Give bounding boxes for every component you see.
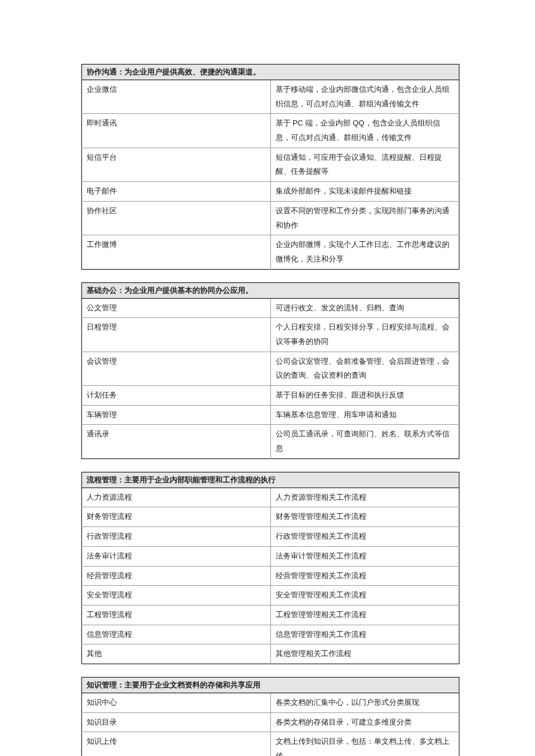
row-label: 协作社区 bbox=[82, 201, 271, 235]
row-description: 工程管理管理相关工作流程 bbox=[270, 605, 459, 625]
row-description: 基于移动端，企业内部微信式沟通，包含企业人员组织信息，可点对点沟通、群组沟通传输… bbox=[270, 80, 459, 114]
table-row: 知识中心各类文档的汇集中心，以门户形式分类展现 bbox=[82, 693, 459, 712]
row-description: 设置不同的管理和工作分类，实现跨部门事务的沟通和协作 bbox=[270, 201, 459, 235]
table-row: 行政管理流程行政管理管理相关工作流程 bbox=[82, 527, 459, 547]
row-label: 工作微博 bbox=[82, 235, 271, 269]
row-label: 法务审计流程 bbox=[82, 546, 271, 566]
row-label: 公文管理 bbox=[82, 298, 271, 318]
table-row: 日程管理个人日程安排，日程安排分享，日程安排与流程、会议等事务的协同 bbox=[82, 318, 459, 352]
row-label: 知识中心 bbox=[82, 693, 271, 712]
row-description: 行政管理管理相关工作流程 bbox=[270, 527, 459, 547]
row-description: 人力资源管理相关工作流程 bbox=[270, 488, 459, 507]
row-description: 各类文档的存储目录，可建立多维度分类 bbox=[270, 712, 459, 732]
table-row: 短信平台短信通知，可应用于会议通知、流程提醒、日程提醒、任务提醒等 bbox=[82, 148, 459, 181]
row-label: 工程管理流程 bbox=[82, 605, 271, 625]
row-label: 知识目录 bbox=[82, 712, 271, 732]
table-row: 会议管理公司会议室管理、会前准备管理、会后跟进管理，会议的查询、会议资料的查询 bbox=[82, 352, 459, 385]
row-label: 安全管理流程 bbox=[82, 586, 271, 605]
table-row: 人力资源流程人力资源管理相关工作流程 bbox=[82, 488, 459, 507]
section-table: 流程管理：主要用于企业内部职能管理和工作流程的执行人力资源流程人力资源管理相关工… bbox=[81, 472, 459, 664]
row-description: 公司员工通讯录，可查询部门、姓名、联系方式等信息 bbox=[270, 425, 459, 458]
table-row: 计划任务基于目标的任务安排、跟进和执行反馈 bbox=[82, 386, 459, 406]
table-row: 法务审计流程法务审计管理相关工作流程 bbox=[82, 546, 459, 566]
section-header: 流程管理：主要用于企业内部职能管理和工作流程的执行 bbox=[82, 472, 459, 488]
row-label: 电子邮件 bbox=[82, 182, 271, 202]
section-table: 基础办公：为企业用户提供基本的协同办公应用。公文管理可进行收文、发文的流转、归档… bbox=[81, 282, 459, 459]
row-description: 可进行收文、发文的流转、归档、查询 bbox=[270, 298, 459, 318]
row-label: 即时通讯 bbox=[82, 114, 271, 148]
document-page: 协作沟通：为企业用户提供高效、便捷的沟通渠道。企业微信基于移动端，企业内部微信式… bbox=[0, 0, 535, 756]
row-label: 车辆管理 bbox=[82, 405, 271, 425]
row-description: 基于 PC 端，企业内部 QQ，包含企业人员组织信息，可点对点沟通、群组沟通，传… bbox=[270, 114, 459, 148]
row-description: 各类文档的汇集中心，以门户形式分类展现 bbox=[270, 693, 459, 712]
section-header: 基础办公：为企业用户提供基本的协同办公应用。 bbox=[82, 282, 459, 298]
row-description: 文档上传到知识目录，包括：单文档上传、多文档上传 bbox=[270, 732, 459, 756]
table-row: 知识目录各类文档的存储目录，可建立多维度分类 bbox=[82, 712, 459, 732]
row-description: 短信通知，可应用于会议通知、流程提醒、日程提醒、任务提醒等 bbox=[270, 148, 459, 181]
section-header: 知识管理：主要用于企业文档资料的存储和共享应用 bbox=[82, 677, 459, 693]
row-label: 通讯录 bbox=[82, 425, 271, 458]
table-row: 财务管理流程财务管理管理相关工作流程 bbox=[82, 507, 459, 527]
row-label: 财务管理流程 bbox=[82, 507, 271, 527]
table-row: 知识上传文档上传到知识目录，包括：单文档上传、多文档上传 bbox=[82, 732, 459, 756]
row-description: 车辆基本信息管理、用车申请和通知 bbox=[270, 405, 459, 425]
row-label: 行政管理流程 bbox=[82, 527, 271, 547]
table-row: 企业微信基于移动端，企业内部微信式沟通，包含企业人员组织信息，可点对点沟通、群组… bbox=[82, 80, 459, 114]
table-row: 协作社区设置不同的管理和工作分类，实现跨部门事务的沟通和协作 bbox=[82, 201, 459, 235]
row-description: 法务审计管理相关工作流程 bbox=[270, 546, 459, 566]
row-description: 企业内部微博，实现个人工作日志、工作思考建议的微博化，关注和分享 bbox=[270, 235, 459, 269]
row-label: 计划任务 bbox=[82, 386, 271, 406]
row-label: 日程管理 bbox=[82, 318, 271, 352]
table-row: 工作微博企业内部微博，实现个人工作日志、工作思考建议的微博化，关注和分享 bbox=[82, 235, 459, 269]
row-description: 信息管理管理相关工作流程 bbox=[270, 625, 459, 644]
row-label: 信息管理流程 bbox=[82, 625, 271, 644]
row-description: 财务管理管理相关工作流程 bbox=[270, 507, 459, 527]
row-label: 其他 bbox=[82, 644, 271, 664]
table-row: 即时通讯基于 PC 端，企业内部 QQ，包含企业人员组织信息，可点对点沟通、群组… bbox=[82, 114, 459, 148]
section-header: 协作沟通：为企业用户提供高效、便捷的沟通渠道。 bbox=[82, 65, 459, 80]
row-label: 人力资源流程 bbox=[82, 488, 271, 507]
table-row: 工程管理流程工程管理管理相关工作流程 bbox=[82, 605, 459, 625]
table-row: 信息管理流程信息管理管理相关工作流程 bbox=[82, 625, 459, 644]
table-row: 车辆管理车辆基本信息管理、用车申请和通知 bbox=[82, 405, 459, 425]
row-description: 个人日程安排，日程安排分享，日程安排与流程、会议等事务的协同 bbox=[270, 318, 459, 352]
row-label: 企业微信 bbox=[82, 80, 271, 114]
table-row: 其他其他管理相关工作流程 bbox=[82, 644, 459, 664]
row-description: 经营管理管理相关工作流程 bbox=[270, 566, 459, 586]
row-description: 集成外部邮件，实现未读邮件提醒和链接 bbox=[270, 182, 459, 202]
table-row: 通讯录公司员工通讯录，可查询部门、姓名、联系方式等信息 bbox=[82, 425, 459, 458]
table-row: 安全管理流程安全管理管理相关工作流程 bbox=[82, 586, 459, 605]
table-row: 电子邮件集成外部邮件，实现未读邮件提醒和链接 bbox=[82, 182, 459, 202]
row-label: 知识上传 bbox=[82, 732, 271, 756]
row-description: 其他管理相关工作流程 bbox=[270, 644, 459, 664]
row-label: 会议管理 bbox=[82, 352, 271, 385]
row-label: 短信平台 bbox=[82, 148, 271, 181]
table-row: 经营管理流程经营管理管理相关工作流程 bbox=[82, 566, 459, 586]
row-label: 经营管理流程 bbox=[82, 566, 271, 586]
table-row: 公文管理可进行收文、发文的流转、归档、查询 bbox=[82, 298, 459, 318]
row-description: 安全管理管理相关工作流程 bbox=[270, 586, 459, 605]
row-description: 公司会议室管理、会前准备管理、会后跟进管理，会议的查询、会议资料的查询 bbox=[270, 352, 459, 385]
row-description: 基于目标的任务安排、跟进和执行反馈 bbox=[270, 386, 459, 406]
section-table: 协作沟通：为企业用户提供高效、便捷的沟通渠道。企业微信基于移动端，企业内部微信式… bbox=[81, 64, 459, 270]
section-table: 知识管理：主要用于企业文档资料的存储和共享应用知识中心各类文档的汇集中心，以门户… bbox=[81, 677, 459, 756]
